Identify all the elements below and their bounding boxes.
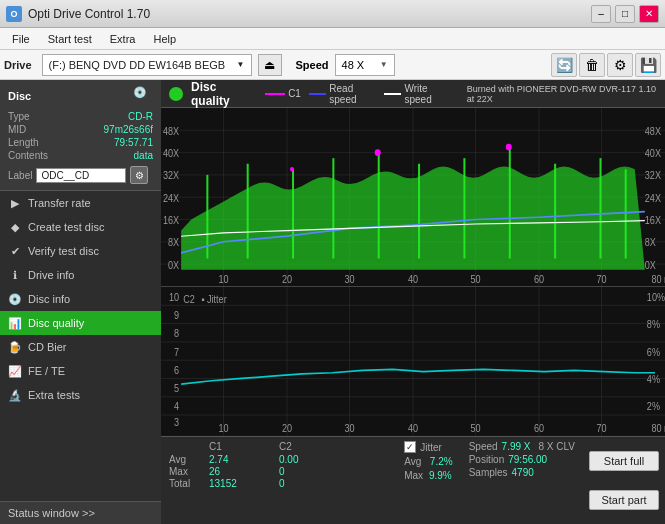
sidebar-item-disc-info[interactable]: 💿Disc info [0, 287, 161, 311]
sidebar-item-extra-tests[interactable]: 🔬Extra tests [0, 383, 161, 407]
sidebar: Disc 💿 Type CD-R MID 97m26s66f Length 79… [0, 80, 161, 524]
charts-container: 48X 40X 32X 24X 16X 8X 0X 48X 40X 32X 24… [161, 108, 665, 436]
svg-text:20: 20 [282, 274, 292, 286]
stats-bar: C1 C2 Avg 2.74 0.00 Max 26 0 Total 13152… [161, 436, 665, 524]
svg-rect-46 [599, 158, 601, 258]
drive-select[interactable]: (F:) BENQ DVD DD EW164B BEGB ▼ [42, 54, 252, 76]
svg-text:6%: 6% [647, 346, 660, 358]
stats-total-c2: 0 [279, 478, 349, 489]
speed-stat-label: Speed [469, 441, 498, 452]
main-layout: Disc 💿 Type CD-R MID 97m26s66f Length 79… [0, 80, 665, 524]
disc-settings-button[interactable]: ⚙ [130, 166, 148, 184]
stats-max-c2: 0 [279, 466, 349, 477]
disc-quality-label: Disc quality [28, 317, 84, 329]
svg-text:20: 20 [282, 423, 293, 435]
disc-quality-icon: 📊 [8, 316, 22, 330]
eject-button[interactable]: ⏏ [258, 54, 282, 76]
minimize-button[interactable]: – [591, 5, 611, 23]
stats-avg-c2: 0.00 [279, 454, 349, 465]
menu-help[interactable]: Help [145, 31, 184, 47]
svg-text:60: 60 [534, 423, 545, 435]
stats-avg-c1: 2.74 [209, 454, 279, 465]
speed-mode-value: 8 X CLV [539, 441, 576, 452]
svg-text:6: 6 [174, 365, 179, 377]
c2-jitter-chart: 10 9 8 7 6 5 4 3 10% 8% 6% 4% [161, 287, 665, 436]
status-window-label: Status window >> [8, 507, 95, 519]
svg-text:70: 70 [596, 274, 606, 286]
verify-test-disc-icon: ✔ [8, 244, 22, 258]
refresh-button[interactable]: 🔄 [551, 53, 577, 77]
svg-text:80 min: 80 min [651, 274, 665, 286]
cd-bier-label: CD Bier [28, 341, 67, 353]
app-icon: O [6, 6, 22, 22]
svg-text:40: 40 [408, 423, 419, 435]
menu-start-test[interactable]: Start test [40, 31, 100, 47]
sidebar-item-drive-info[interactable]: ℹDrive info [0, 263, 161, 287]
close-button[interactable]: ✕ [639, 5, 659, 23]
jitter-avg-row: Avg 7.2% [404, 455, 452, 467]
svg-text:32X: 32X [163, 170, 180, 182]
sidebar-item-create-test-disc[interactable]: ◆Create test disc [0, 215, 161, 239]
stats-max-row: Max 26 0 [169, 466, 388, 477]
stats-total-label: Total [169, 478, 209, 489]
sidebar-item-verify-test-disc[interactable]: ✔Verify test disc [0, 239, 161, 263]
sidebar-nav: ▶Transfer rate◆Create test disc✔Verify t… [0, 191, 161, 407]
maximize-button[interactable]: □ [615, 5, 635, 23]
fe-te-label: FE / TE [28, 365, 65, 377]
sidebar-item-cd-bier[interactable]: 🍺CD Bier [0, 335, 161, 359]
status-window-button[interactable]: Status window >> [0, 501, 161, 524]
svg-text:0X: 0X [645, 259, 657, 271]
jitter-avg-value: 7.2% [430, 456, 453, 467]
c1-chart-svg: 48X 40X 32X 24X 16X 8X 0X 48X 40X 32X 24… [161, 108, 665, 286]
svg-text:48X: 48X [163, 125, 180, 137]
menu-file[interactable]: File [4, 31, 38, 47]
action-buttons: Start full Start part [583, 437, 665, 524]
jitter-stats: ✓ Jitter Avg 7.2% Max 9.9% [396, 437, 460, 524]
svg-text:10: 10 [218, 423, 229, 435]
stats-total-row: Total 13152 0 [169, 478, 388, 489]
svg-text:16X: 16X [163, 214, 180, 226]
cd-bier-icon: 🍺 [8, 340, 22, 354]
svg-text:40X: 40X [645, 148, 662, 160]
options-button[interactable]: ⚙ [607, 53, 633, 77]
disc-length-label: Length [8, 137, 39, 148]
speed-label: Speed [296, 59, 329, 71]
start-full-button[interactable]: Start full [589, 451, 659, 471]
sidebar-item-fe-te[interactable]: 📈FE / TE [0, 359, 161, 383]
stats-max-label: Max [169, 466, 209, 477]
disc-label-input[interactable] [36, 168, 126, 183]
svg-text:8%: 8% [647, 319, 660, 331]
svg-text:8X: 8X [645, 237, 657, 249]
stats-col-c2: C2 [279, 441, 349, 452]
c1-chart: 48X 40X 32X 24X 16X 8X 0X 48X 40X 32X 24… [161, 108, 665, 287]
stats-header: C1 C2 [169, 441, 388, 452]
sidebar-item-disc-quality[interactable]: 📊Disc quality [0, 311, 161, 335]
create-test-disc-label: Create test disc [28, 221, 104, 233]
speed-select[interactable]: 48 X ▼ [335, 54, 395, 76]
svg-rect-43 [463, 158, 465, 258]
erase-button[interactable]: 🗑 [579, 53, 605, 77]
toolbar-icons: 🔄 🗑 ⚙ 💾 [551, 53, 661, 77]
drivebar: Drive (F:) BENQ DVD DD EW164B BEGB ▼ ⏏ S… [0, 50, 665, 80]
svg-text:40X: 40X [163, 148, 180, 160]
position-label: Position [469, 454, 505, 465]
legend-write-speed: Write speed [384, 83, 451, 105]
start-part-button[interactable]: Start part [589, 490, 659, 510]
speed-dropdown-arrow: ▼ [380, 60, 388, 69]
disc-icon: 💿 [133, 86, 153, 106]
position-row: Position 79:56.00 [469, 454, 575, 465]
jitter-checkbox[interactable]: ✓ [404, 441, 416, 453]
svg-text:C2: C2 [183, 294, 195, 306]
svg-text:2%: 2% [647, 401, 660, 413]
extra-tests-label: Extra tests [28, 389, 80, 401]
stats-col-c1: C1 [209, 441, 279, 452]
save-button[interactable]: 💾 [635, 53, 661, 77]
content-area: Disc quality C1 Read speed Write speed B… [161, 80, 665, 524]
sidebar-item-transfer-rate[interactable]: ▶Transfer rate [0, 191, 161, 215]
disc-section-title: Disc [8, 90, 31, 102]
menu-extra[interactable]: Extra [102, 31, 144, 47]
svg-rect-42 [418, 164, 420, 259]
chart-legend: C1 Read speed Write speed Burned with PI… [265, 83, 657, 105]
svg-text:4: 4 [174, 401, 180, 413]
jitter-label: Jitter [420, 442, 442, 453]
